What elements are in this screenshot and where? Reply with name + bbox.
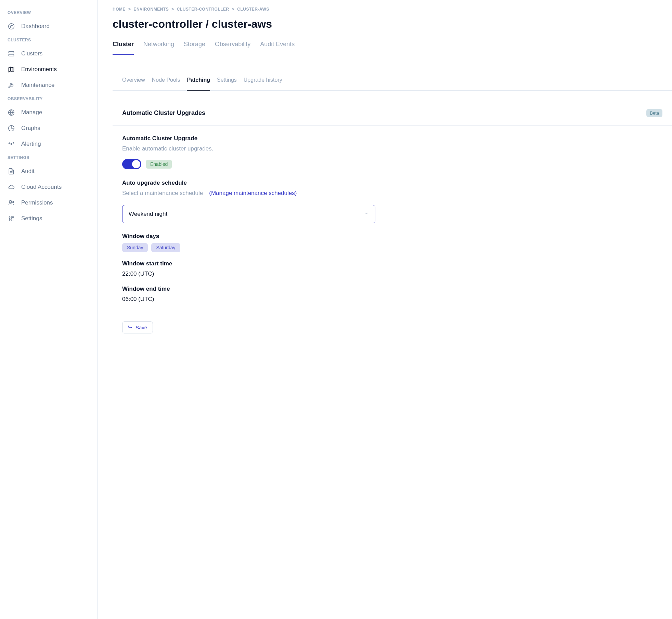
subtabs-card: Overview Node Pools Patching Settings Up… (113, 69, 672, 91)
sidebar-item-label: Manage (21, 109, 42, 116)
tab-audit-events[interactable]: Audit Events (260, 41, 295, 55)
sidebar-item-label: Graphs (21, 125, 40, 132)
subtabs: Overview Node Pools Patching Settings Up… (113, 69, 672, 91)
svg-marker-1 (10, 25, 13, 28)
breadcrumb: HOME> ENVIRONMENTS> CLUSTER-CONTROLLER> … (113, 7, 669, 12)
sidebar-header-settings: SETTINGS (0, 152, 97, 163)
tab-observability[interactable]: Observability (215, 41, 250, 55)
sidebar-item-label: Permissions (21, 199, 53, 206)
svg-point-18 (11, 219, 12, 220)
users-icon (8, 199, 15, 207)
svg-marker-4 (9, 67, 14, 72)
sidebar-item-audit[interactable]: Audit (0, 163, 97, 179)
sidebar-item-settings[interactable]: Settings (0, 211, 97, 226)
page-title: cluster-controller / cluster-aws (113, 18, 669, 30)
sidebar-item-graphs[interactable]: Graphs (0, 120, 97, 136)
tabs-primary: Cluster Networking Storage Observability… (113, 41, 669, 55)
toggle-row: Enabled (122, 159, 662, 169)
breadcrumb-item[interactable]: CLUSTER-CONTROLLER (177, 7, 229, 12)
window-days-title: Window days (122, 233, 662, 240)
subtab-node-pools[interactable]: Node Pools (152, 69, 180, 91)
schedule-select-value: Weekend night (129, 211, 167, 218)
sidebar-item-label: Clusters (21, 50, 42, 57)
schedule-title: Auto upgrade schedule (122, 180, 662, 186)
enabled-badge: Enabled (146, 160, 172, 169)
globe-icon (8, 109, 15, 116)
wrench-icon (8, 81, 15, 89)
svg-point-0 (9, 24, 14, 29)
save-arrow-icon (128, 325, 133, 330)
sidebar-header-clusters: CLUSTERS (0, 34, 97, 46)
panel-title: Automatic Cluster Upgrades (122, 109, 205, 117)
sidebar-item-environments[interactable]: Environments (0, 62, 97, 77)
sidebar-item-maintenance[interactable]: Maintenance (0, 77, 97, 93)
svg-rect-2 (9, 51, 14, 53)
sliders-icon (8, 215, 15, 222)
main-content: HOME> ENVIRONMENTS> CLUSTER-CONTROLLER> … (98, 0, 672, 619)
sidebar-item-label: Environments (21, 66, 57, 73)
tab-cluster[interactable]: Cluster (113, 41, 134, 55)
window-end-title: Window end time (122, 286, 662, 292)
schedule-select[interactable]: Weekend night (122, 205, 375, 223)
sidebar-item-label: Settings (21, 215, 42, 222)
sidebar-item-label: Alerting (21, 141, 41, 147)
upgrade-desc: Enable automatic cluster upgrades. (122, 145, 662, 152)
sidebar-item-manage[interactable]: Manage (0, 105, 97, 120)
svg-rect-3 (9, 54, 14, 56)
sidebar-item-cloud-accounts[interactable]: Cloud Accounts (0, 179, 97, 195)
sidebar-item-dashboard[interactable]: Dashboard (0, 18, 97, 34)
schedule-desc: Select a maintenance schedule (122, 190, 203, 197)
sidebar-item-permissions[interactable]: Permissions (0, 195, 97, 211)
day-chip: Sunday (122, 243, 148, 252)
breadcrumb-item[interactable]: HOME (113, 7, 126, 12)
breadcrumb-item[interactable]: ENVIRONMENTS (134, 7, 169, 12)
sidebar-item-alerting[interactable]: Alerting (0, 136, 97, 152)
server-icon (8, 50, 15, 57)
panel-body: Automatic Cluster Upgrade Enable automat… (113, 126, 672, 315)
window-start-value: 22:00 (UTC) (122, 271, 662, 277)
panel-footer: Save (113, 315, 672, 340)
subtab-patching[interactable]: Patching (187, 69, 210, 91)
chevron-down-icon (364, 211, 369, 217)
panel-header: Automatic Cluster Upgrades Beta (113, 101, 672, 126)
compass-icon (8, 23, 15, 30)
schedule-row: Select a maintenance schedule (Manage ma… (122, 190, 662, 197)
signal-icon (8, 140, 15, 148)
sidebar-item-label: Audit (21, 168, 35, 175)
subtab-upgrade-history[interactable]: Upgrade history (244, 69, 282, 91)
tab-storage[interactable]: Storage (184, 41, 205, 55)
sidebar-item-label: Dashboard (21, 23, 50, 30)
svg-point-16 (9, 217, 10, 218)
sidebar-header-observability: OBSERVABILITY (0, 93, 97, 105)
upgrade-toggle[interactable] (122, 159, 141, 169)
save-button[interactable]: Save (122, 321, 153, 333)
window-end-value: 06:00 (UTC) (122, 296, 662, 303)
save-label: Save (135, 325, 147, 330)
window-start-title: Window start time (122, 260, 662, 267)
sidebar-item-clusters[interactable]: Clusters (0, 46, 97, 62)
chart-icon (8, 124, 15, 132)
beta-badge: Beta (646, 109, 662, 117)
sidebar-item-label: Cloud Accounts (21, 184, 62, 190)
manage-schedules-link[interactable]: (Manage maintenance schedules) (209, 190, 297, 197)
sidebar-header-overview: OVERVIEW (0, 7, 97, 18)
sidebar-item-label: Maintenance (21, 82, 54, 89)
upgrade-title: Automatic Cluster Upgrade (122, 135, 662, 142)
window-days-chips: Sunday Saturday (122, 243, 662, 252)
svg-point-14 (12, 201, 14, 203)
svg-point-10 (11, 143, 12, 144)
upgrades-panel: Automatic Cluster Upgrades Beta Automati… (113, 101, 672, 340)
map-icon (8, 66, 15, 73)
subtab-overview[interactable]: Overview (122, 69, 145, 91)
tab-networking[interactable]: Networking (143, 41, 174, 55)
sidebar: OVERVIEW Dashboard CLUSTERS Clusters Env… (0, 0, 98, 619)
cloud-icon (8, 183, 15, 191)
svg-point-13 (9, 200, 12, 203)
svg-point-20 (12, 216, 13, 218)
breadcrumb-item[interactable]: CLUSTER-AWS (237, 7, 269, 12)
subtab-settings[interactable]: Settings (217, 69, 237, 91)
doc-icon (8, 168, 15, 175)
day-chip: Saturday (151, 243, 180, 252)
